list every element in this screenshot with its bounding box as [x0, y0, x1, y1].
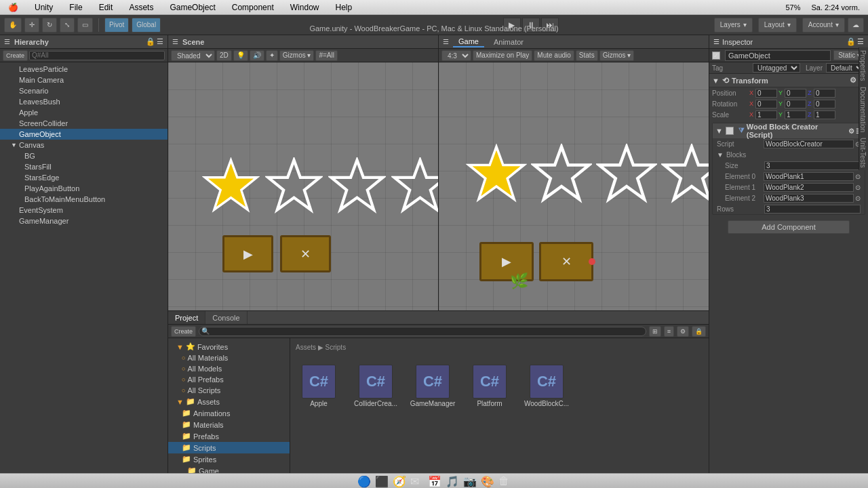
gameobject-menu[interactable]: GameObject — [167, 2, 218, 13]
component-menu[interactable]: Component — [229, 2, 277, 13]
game-gizmos-btn[interactable]: Gizmos ▾ — [599, 50, 635, 61]
project-settings-btn[interactable]: ⚙ — [677, 326, 689, 337]
component-enable-checkbox[interactable]: ✓ — [726, 127, 734, 135]
scene-all-btn[interactable]: #=All — [315, 50, 338, 61]
h-item-leavesbush[interactable]: LeavesBush — [0, 96, 167, 107]
rotate-tool-btn[interactable]: ↻ — [42, 18, 57, 33]
mail-dock-icon[interactable]: ✉ — [410, 475, 422, 487]
h-item-maincamera[interactable]: Main Camera — [0, 75, 167, 85]
all-scripts-folder[interactable]: ○ All Scripts — [168, 385, 290, 396]
animations-folder[interactable]: 📁 Animations — [168, 407, 290, 419]
blocks-arrow[interactable]: ▼ — [717, 151, 724, 159]
file-menu[interactable]: File — [66, 2, 85, 13]
element0-input[interactable] — [764, 172, 854, 181]
component-settings-icon[interactable]: ⚙ — [848, 127, 854, 135]
h-item-screencollider[interactable]: ScreenCollider — [0, 118, 167, 129]
photos-dock-icon[interactable]: 📷 — [463, 475, 475, 487]
all-materials-folder[interactable]: ○ All Materials — [168, 352, 290, 363]
window-menu[interactable]: Window — [288, 2, 322, 13]
sprites-folder[interactable]: 📁 Sprites — [168, 453, 290, 465]
h-item-apple[interactable]: Apple — [0, 107, 167, 118]
help-menu[interactable]: Help — [332, 2, 355, 13]
rows-input[interactable] — [764, 205, 861, 214]
h-item-backtomain[interactable]: BackToMainMenuButton — [0, 194, 167, 205]
asset-platform[interactable]: C# Platform — [467, 365, 513, 407]
rotation-y-input[interactable] — [785, 100, 806, 108]
scene-lights-btn[interactable]: 💡 — [233, 50, 248, 61]
transform-settings-icon[interactable]: ⚙ — [850, 76, 856, 85]
project-tab[interactable]: Project — [168, 311, 205, 324]
inspector-menu-icon[interactable]: ☰ — [857, 37, 864, 46]
project-list-btn[interactable]: ≡ — [664, 326, 674, 337]
hierarchy-lock-icon[interactable]: 🔒 — [146, 37, 155, 46]
gameobject-name-input[interactable] — [725, 50, 831, 61]
h-item-scenario[interactable]: Scenario — [0, 85, 167, 96]
component-collapse-arrow[interactable]: ▼ — [715, 127, 723, 135]
photoshop-dock-icon[interactable]: 🎨 — [481, 475, 493, 487]
h-item-gameobject[interactable]: GameObject — [0, 129, 167, 140]
hierarchy-search[interactable] — [29, 51, 165, 60]
console-tab[interactable]: Console — [205, 311, 247, 324]
trash-dock-icon[interactable]: 🗑 — [498, 475, 511, 487]
global-btn[interactable]: Global — [132, 18, 161, 33]
layers-dropdown[interactable]: Layers▾ — [714, 18, 753, 33]
account-dropdown[interactable]: Account▾ — [802, 18, 845, 33]
apple-menu[interactable]: 🍎 — [5, 2, 21, 13]
move-tool-btn[interactable]: ✛ — [24, 18, 39, 33]
scripts-folder[interactable]: 📁 Scripts — [168, 442, 290, 453]
ratio-dropdown[interactable]: 4:3 — [441, 50, 471, 61]
music-dock-icon[interactable]: 🎵 — [446, 475, 458, 487]
favorites-folder[interactable]: ▼ ⭐ Favorites — [168, 341, 290, 352]
assets-menu[interactable]: Assets — [126, 2, 156, 13]
asset-collidercreator[interactable]: C# ColliderCrea... — [353, 365, 399, 407]
pivot-btn[interactable]: Pivot — [104, 18, 129, 33]
hierarchy-menu-icon[interactable]: ☰ — [157, 37, 163, 46]
h-item-gamemanager[interactable]: GameManager — [0, 216, 167, 226]
maximize-play-btn[interactable]: Maximize on Play — [473, 50, 532, 61]
scale-x-input[interactable] — [755, 110, 777, 119]
element1-input[interactable] — [764, 183, 854, 192]
asset-woodblockcreator[interactable]: C# WoodBlockC... — [524, 365, 570, 407]
finder-dock-icon[interactable]: 🔵 — [357, 475, 370, 487]
unity-menu[interactable]: Unity — [32, 2, 56, 13]
element1-target-icon[interactable]: ⊙ — [855, 184, 861, 191]
layout-dropdown[interactable]: Layout▾ — [758, 18, 797, 33]
scale-y-input[interactable] — [785, 110, 806, 119]
h-item-starsfill[interactable]: StarsFill — [0, 161, 167, 172]
scene-view[interactable]: ▶ ✕ — [168, 62, 438, 310]
scene-audio-btn[interactable]: 🔊 — [250, 50, 264, 61]
game-tab[interactable]: Game — [453, 37, 484, 47]
all-models-folder[interactable]: ○ All Models — [168, 363, 290, 374]
asset-apple[interactable]: C# Apple — [296, 365, 342, 407]
h-item-canvas[interactable]: ▼Canvas — [0, 140, 167, 150]
gizmos-btn[interactable]: Gizmos ▾ — [279, 50, 315, 61]
all-prefabs-folder[interactable]: ○ All Prefabs — [168, 374, 290, 385]
tag-select[interactable]: Untagged — [753, 63, 800, 73]
hand-tool-btn[interactable]: ✋ — [4, 18, 22, 33]
h-item-playagain[interactable]: PlayAgainButton — [0, 183, 167, 194]
element0-target-icon[interactable]: ⊙ — [855, 173, 861, 180]
edit-menu[interactable]: Edit — [96, 2, 116, 13]
asset-gamemanager[interactable]: C# GameManager — [410, 365, 456, 407]
calendar-dock-icon[interactable]: 📅 — [428, 475, 440, 487]
shaded-dropdown[interactable]: Shaded — [171, 50, 215, 61]
unity-dock-icon[interactable]: ⬛ — [375, 475, 387, 487]
scale-tool-btn[interactable]: ⤡ — [60, 18, 75, 33]
hierarchy-create-btn[interactable]: Create — [3, 50, 28, 61]
size-input[interactable] — [764, 161, 861, 170]
element2-target-icon[interactable]: ⊙ — [855, 195, 861, 202]
transform-collapse-arrow[interactable]: ▼ — [712, 77, 719, 85]
add-component-btn[interactable]: Add Component — [728, 220, 850, 234]
game-view[interactable]: ▶ ✕ 🌿 — [439, 62, 709, 310]
h-item-eventsystem[interactable]: EventSystem — [0, 205, 167, 216]
element2-input[interactable] — [764, 194, 854, 203]
cloud-btn[interactable]: ☁ — [848, 18, 864, 33]
position-x-input[interactable] — [755, 89, 777, 98]
h-item-starsedge[interactable]: StarsEdge — [0, 172, 167, 183]
properties-tab[interactable]: Properties — [859, 47, 868, 84]
inspector-lock-icon[interactable]: 🔒 — [846, 37, 856, 46]
go-enable-checkbox[interactable]: ✓ — [712, 52, 720, 60]
unit-tests-tab[interactable]: Unit-Tests — [859, 135, 868, 170]
mute-audio-btn[interactable]: Mute audio — [534, 50, 574, 61]
position-z-input[interactable] — [814, 89, 835, 98]
